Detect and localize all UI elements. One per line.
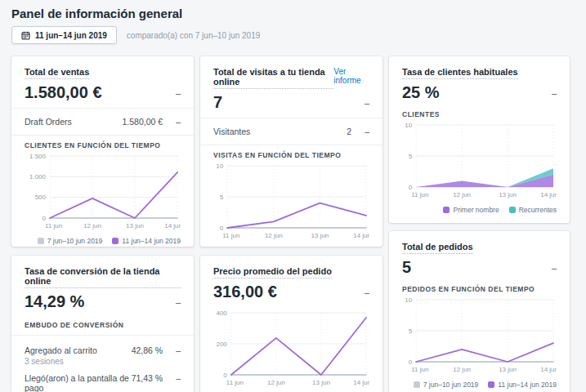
customers-chart-legend: Primer nombreRecurrentes	[402, 206, 557, 214]
legend-item: 7 jun–10 jun 2019	[38, 237, 103, 245]
svg-text:12 jun: 12 jun	[267, 379, 285, 386]
visits-chart-section-label: VISITAS EN FUNCIÓN DEL TIEMPO	[213, 151, 369, 159]
customers-over-time-chart: 051011 jun12 jun13 jun14 jun	[402, 122, 557, 202]
divider	[200, 145, 382, 145]
legend-swatch	[414, 381, 420, 388]
legend-item: 11 jun–14 jun 2019	[488, 381, 557, 389]
svg-text:11 jun: 11 jun	[45, 222, 62, 229]
svg-text:14 jun: 14 jun	[353, 232, 369, 239]
svg-text:13 jun: 13 jun	[312, 379, 330, 386]
returning-customer-rate-card: Tasa de clientes habituales 25 % – CLIEN…	[389, 56, 570, 223]
sales-chart-legend: 7 jun–10 jun 201911 jun–14 jun 2019	[25, 237, 181, 245]
sales-breakdown-row: Draft Orders 1.580,00 € –	[25, 114, 181, 129]
total-orders-delta: –	[552, 263, 557, 273]
returning-customer-rate-title[interactable]: Tasa de clientes habituales	[402, 67, 518, 79]
page-title: Panel de información general	[11, 7, 575, 20]
conversion-funnel-label: EMBUDO DE CONVERSIÓN	[25, 321, 181, 329]
visitors-breakdown-row: Visitantes 2 –	[213, 124, 369, 139]
svg-text:13 jun: 13 jun	[499, 191, 517, 198]
funnel-value: 71,43 %	[132, 373, 163, 383]
svg-text:0: 0	[223, 372, 227, 379]
divider	[11, 135, 194, 136]
svg-text:14 jun: 14 jun	[540, 366, 557, 373]
conversion-rate-value: 14,29 %	[25, 292, 84, 311]
total-sales-value: 1.580,00 €	[25, 83, 102, 102]
column-2: Total de visitas a tu tienda online Ver …	[200, 56, 382, 392]
svg-text:0: 0	[42, 215, 47, 222]
returning-customer-rate-value: 25 %	[402, 83, 440, 102]
svg-text:14 jun: 14 jun	[164, 222, 181, 229]
orders-chart-legend: 7 jun–10 jun 201911 jun–14 jun 2019	[402, 381, 557, 389]
customers-chart-section-label: CLIENTES	[402, 110, 557, 118]
svg-text:13 jun: 13 jun	[499, 366, 517, 373]
svg-text:1.000: 1.000	[29, 173, 47, 180]
breakdown-value: 2	[347, 127, 351, 136]
filter-bar: 11 jun–14 jun 2019 comparado(a) con 7 ju…	[11, 26, 575, 44]
online-store-visits-card: Total de visitas a tu tienda online Ver …	[200, 56, 382, 247]
svg-text:13 jun: 13 jun	[311, 232, 329, 239]
total-orders-title[interactable]: Total de pedidos	[402, 242, 473, 254]
funnel-label: Agregado al carrito	[25, 345, 132, 355]
orders-chart-section-label: PEDIDOS EN FUNCIÓN DEL TIEMPO	[402, 285, 557, 293]
breakdown-delta: –	[176, 117, 181, 127]
returning-customer-rate-delta: –	[552, 88, 557, 98]
compare-period-text: comparado(a) con 7 jun–10 jun 2019	[127, 31, 260, 40]
online-store-visits-value: 7	[213, 93, 222, 112]
average-order-value: 316,00 €	[213, 283, 277, 301]
calendar-icon	[21, 31, 30, 40]
sales-over-time-chart: 05001.0001.50011 jun12 jun13 jun14 jun	[25, 153, 181, 233]
funnel-row-reached-checkout: Llegó(aron) a la pantalla de pago 5 sesi…	[25, 369, 181, 392]
conversion-rate-delta: –	[176, 297, 181, 307]
online-store-visits-title[interactable]: Total de visitas a tu tienda online	[213, 67, 333, 89]
total-sales-delta: –	[176, 88, 181, 98]
svg-text:12 jun: 12 jun	[265, 232, 283, 239]
dashboard-grid: Total de ventas 1.580,00 € – Draft Order…	[0, 44, 586, 392]
conversion-rate-card: Tasa de conversión de la tienda online 1…	[11, 256, 194, 392]
divider	[200, 118, 382, 118]
funnel-row-add-to-cart: Agregado al carrito 3 sesiones 42,86 % –	[25, 341, 181, 369]
funnel-delta: –	[176, 373, 181, 383]
svg-text:11 jun: 11 jun	[411, 191, 428, 198]
svg-text:13 jun: 13 jun	[126, 222, 144, 229]
svg-text:11 jun: 11 jun	[411, 366, 428, 373]
svg-text:12 jun: 12 jun	[453, 366, 471, 373]
svg-text:14 jun: 14 jun	[353, 379, 369, 386]
svg-text:5: 5	[409, 327, 413, 335]
breakdown-value: 1.580,00 €	[123, 117, 163, 127]
legend-swatch	[112, 238, 119, 244]
legend-item: 11 jun–14 jun 2019	[112, 237, 181, 245]
legend-item: 7 jun–10 jun 2019	[414, 381, 479, 389]
view-report-link[interactable]: Ver informe	[333, 67, 369, 85]
conversion-rate-title[interactable]: Tasa de conversión de la tienda online	[25, 266, 181, 288]
legend-swatch	[38, 238, 44, 244]
funnel-label: Llegó(aron) a la pantalla de pago	[25, 373, 132, 392]
svg-text:400: 400	[216, 310, 227, 317]
total-sales-title[interactable]: Total de ventas	[25, 67, 89, 79]
breakdown-label: Draft Orders	[25, 117, 123, 127]
svg-text:1.500: 1.500	[29, 153, 47, 160]
divider	[11, 335, 194, 336]
total-orders-card: Total de pedidos 5 – PEDIDOS EN FUNCIÓN …	[389, 231, 570, 392]
online-store-visits-delta: –	[365, 98, 369, 108]
date-range-label: 11 jun–14 jun 2019	[35, 31, 107, 40]
total-orders-value: 5	[402, 258, 411, 277]
legend-swatch	[509, 207, 516, 213]
page-header: Panel de información general	[0, 0, 586, 20]
column-3: Tasa de clientes habituales 25 % – CLIEN…	[389, 56, 570, 392]
svg-text:11 jun: 11 jun	[226, 379, 244, 386]
breakdown-label: Visitantes	[213, 127, 347, 136]
funnel-delta: –	[176, 345, 181, 355]
svg-text:0: 0	[220, 225, 224, 232]
orders-over-time-chart: 051011 jun12 jun13 jun14 jun	[402, 296, 557, 376]
date-range-button[interactable]: 11 jun–14 jun 2019	[11, 26, 117, 44]
svg-text:10: 10	[405, 296, 412, 304]
svg-text:0: 0	[409, 359, 413, 366]
average-order-delta: –	[365, 287, 369, 297]
average-order-value-title[interactable]: Precio promedio del pedido	[213, 266, 332, 278]
svg-text:12 jun: 12 jun	[83, 222, 101, 229]
legend-item: Recurrentes	[509, 206, 557, 214]
total-sales-card: Total de ventas 1.580,00 € – Draft Order…	[11, 56, 194, 247]
svg-text:11 jun: 11 jun	[222, 232, 239, 239]
visits-over-time-chart: 051011 jun12 jun13 jun14 jun	[213, 163, 369, 243]
sales-chart-section-label: CLIENTES EN FUNCIÓN DEL TIEMPO	[25, 141, 181, 149]
